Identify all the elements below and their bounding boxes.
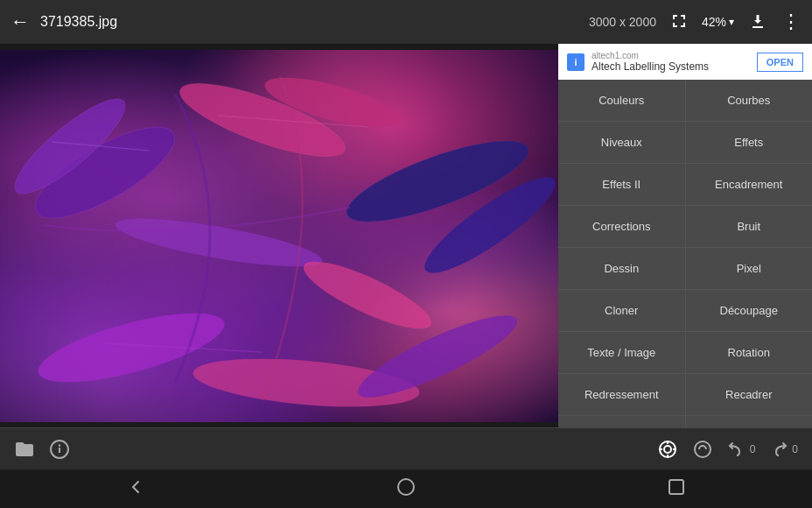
- topbar: ← 3719385.jpg 3000 x 2000 42% ▾ ⋮: [0, 0, 812, 44]
- zoom-chevron: ▾: [729, 16, 734, 28]
- zoom-selector[interactable]: 42% ▾: [702, 15, 734, 29]
- info-icon: [49, 439, 70, 460]
- image-area[interactable]: [0, 44, 558, 427]
- menu-btn-courbes[interactable]: Courbes: [686, 80, 813, 121]
- redo-icon: [769, 440, 788, 459]
- nav-back-icon: [125, 476, 146, 497]
- image-display: [0, 50, 558, 422]
- ad-source: altech1.com: [592, 51, 750, 60]
- menu-btn-effets[interactable]: Effets: [686, 122, 813, 163]
- nav-back-button[interactable]: [97, 469, 174, 509]
- menu-btn-cloner[interactable]: Cloner: [558, 290, 685, 331]
- redo-button[interactable]: [769, 440, 788, 459]
- folder-icon: [14, 439, 35, 460]
- svg-point-29: [398, 479, 414, 495]
- undo-icon: [727, 440, 746, 459]
- more-options-button[interactable]: ⋮: [781, 11, 802, 33]
- svg-rect-30: [669, 480, 683, 494]
- redo-group: 0: [769, 440, 798, 459]
- menu-btn-encadrement[interactable]: Encadrement: [686, 164, 813, 205]
- menu-btn-bruit[interactable]: Bruit: [686, 206, 813, 247]
- download-button[interactable]: [748, 11, 767, 33]
- bottom-toolbar: 0 0: [0, 427, 812, 469]
- ad-icon: i: [567, 53, 584, 71]
- menu-btn-corrections[interactable]: Corrections: [558, 206, 685, 247]
- ad-banner[interactable]: i altech1.com Altech Labelling Systems O…: [558, 44, 812, 80]
- menu-btn-rotation[interactable]: Rotation: [686, 332, 813, 373]
- back-button[interactable]: ←: [10, 12, 30, 32]
- menu-btn-dessin[interactable]: Dessin: [558, 248, 685, 289]
- right-panel: i altech1.com Altech Labelling Systems O…: [558, 44, 812, 427]
- nav-square-icon: [666, 476, 687, 497]
- folder-button[interactable]: [14, 439, 35, 460]
- menu-btn-effets-ii[interactable]: Effets II: [558, 164, 685, 205]
- image-container: [0, 50, 558, 422]
- menu-btn-redressement[interactable]: Redressement: [558, 374, 685, 415]
- svg-point-10: [297, 250, 438, 341]
- svg-point-6: [113, 208, 326, 276]
- menu-btn-redimensionner[interactable]: Redimensionner: [686, 416, 813, 427]
- nav-home-button[interactable]: [368, 469, 444, 509]
- menu-btn-decouper-formes[interactable]: Découper (Formes): [558, 416, 685, 427]
- image-dimensions: 3000 x 2000: [589, 15, 656, 29]
- fullscreen-icon: [670, 12, 688, 30]
- leaves-svg: [0, 50, 558, 422]
- cycle-button[interactable]: [692, 439, 713, 460]
- topbar-left: ← 3719385.jpg: [10, 12, 578, 32]
- menu-btn-pixel[interactable]: Pixel: [686, 248, 813, 289]
- cycle-icon: [692, 439, 713, 460]
- download-icon: [748, 11, 767, 31]
- nav-home-icon: [396, 476, 416, 497]
- nav-square-button[interactable]: [638, 469, 715, 509]
- fullscreen-button[interactable]: [670, 12, 688, 32]
- ad-text: altech1.com Altech Labelling Systems: [592, 51, 750, 73]
- svg-point-21: [59, 444, 60, 446]
- undo-count: 0: [750, 443, 756, 455]
- main-content: i altech1.com Altech Labelling Systems O…: [0, 44, 812, 427]
- svg-point-23: [664, 446, 671, 453]
- target-button[interactable]: [657, 439, 678, 460]
- undo-button[interactable]: [727, 440, 746, 459]
- menu-btn-recadrer[interactable]: Recadrer: [686, 374, 813, 415]
- ad-open-button[interactable]: OPEN: [757, 53, 803, 72]
- menu-btn-texte-image[interactable]: Texte / Image: [558, 332, 685, 373]
- menu-grid: Couleurs Courbes Niveaux Effets Effets I…: [558, 80, 812, 427]
- svg-point-28: [695, 441, 710, 457]
- topbar-right: 3000 x 2000 42% ▾ ⋮: [589, 11, 802, 33]
- zoom-value: 42%: [702, 15, 726, 29]
- nav-bar: [0, 469, 812, 508]
- undo-group: 0: [727, 440, 756, 459]
- menu-btn-niveaux[interactable]: Niveaux: [558, 122, 685, 163]
- menu-btn-decoupage[interactable]: Découpage: [686, 290, 813, 331]
- filename-label: 3719385.jpg: [40, 14, 117, 30]
- info-button[interactable]: [49, 439, 70, 460]
- svg-point-9: [350, 301, 525, 410]
- redo-count: 0: [792, 443, 798, 455]
- target-icon: [657, 439, 678, 460]
- menu-btn-couleurs[interactable]: Couleurs: [558, 80, 685, 121]
- ad-title: Altech Labelling Systems: [592, 60, 750, 73]
